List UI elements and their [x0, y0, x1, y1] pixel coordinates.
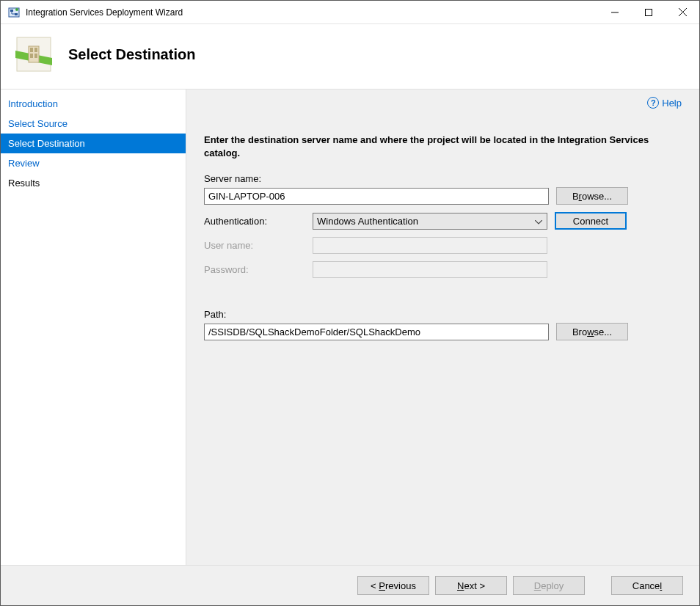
password-input — [313, 261, 547, 278]
user-name-input — [313, 237, 547, 254]
help-icon: ? — [647, 97, 659, 109]
chevron-down-icon — [532, 216, 545, 227]
body: Introduction Select Source Select Destin… — [1, 89, 699, 566]
server-name-label: Server name: — [204, 173, 682, 184]
help-link[interactable]: ? Help — [647, 97, 682, 109]
instruction-text: Enter the destination server name and wh… — [204, 134, 682, 160]
authentication-value: Windows Authentication — [317, 216, 418, 227]
window-title: Integration Services Deployment Wizard — [26, 7, 598, 18]
deploy-button: Deploy — [513, 576, 585, 595]
maximize-button[interactable] — [632, 1, 666, 23]
footer: < Previous Next > Deploy Cancel — [1, 566, 699, 605]
svg-rect-13 — [34, 54, 37, 58]
wizard-step-icon — [15, 36, 52, 73]
sidebar: Introduction Select Source Select Destin… — [1, 90, 186, 565]
user-name-label: User name: — [204, 240, 305, 251]
page-title: Select Destination — [68, 46, 195, 63]
svg-point-3 — [15, 8, 18, 11]
titlebar: Integration Services Deployment Wizard — [1, 1, 699, 24]
password-label: Password: — [204, 264, 305, 275]
svg-rect-2 — [15, 13, 18, 15]
path-label: Path: — [204, 309, 682, 320]
svg-rect-5 — [646, 9, 652, 15]
form: Server name: Browse... Authentication: W… — [204, 173, 682, 340]
browse-path-button[interactable]: Browse... — [556, 323, 628, 340]
sidebar-item-results[interactable]: Results — [1, 173, 186, 193]
svg-rect-1 — [10, 10, 13, 12]
cancel-button[interactable]: Cancel — [611, 576, 683, 595]
deployment-wizard-window: Integration Services Deployment Wizard — [0, 0, 700, 606]
close-button[interactable] — [666, 1, 699, 23]
header: Select Destination — [1, 24, 699, 89]
path-input[interactable] — [204, 324, 549, 340]
main-panel: ? Help Enter the destination server name… — [186, 90, 699, 565]
minimize-button[interactable] — [598, 1, 632, 23]
browse-server-button[interactable]: Browse... — [556, 187, 628, 205]
server-name-input[interactable] — [204, 188, 549, 205]
sidebar-item-introduction[interactable]: Introduction — [1, 94, 186, 114]
sidebar-item-select-source[interactable]: Select Source — [1, 114, 186, 134]
app-icon — [8, 7, 20, 18]
svg-rect-11 — [34, 48, 37, 52]
svg-rect-12 — [30, 54, 33, 58]
sidebar-item-review[interactable]: Review — [1, 153, 186, 173]
svg-line-6 — [679, 8, 687, 16]
svg-rect-10 — [30, 48, 33, 52]
svg-line-7 — [679, 8, 687, 16]
next-button[interactable]: Next > — [435, 576, 507, 595]
authentication-select[interactable]: Windows Authentication — [313, 213, 547, 230]
previous-button[interactable]: < Previous — [357, 576, 429, 595]
authentication-label: Authentication: — [204, 216, 305, 227]
window-controls — [598, 1, 699, 23]
sidebar-item-select-destination[interactable]: Select Destination — [1, 134, 186, 153]
help-label: Help — [662, 98, 682, 109]
connect-button[interactable]: Connect — [555, 212, 627, 230]
